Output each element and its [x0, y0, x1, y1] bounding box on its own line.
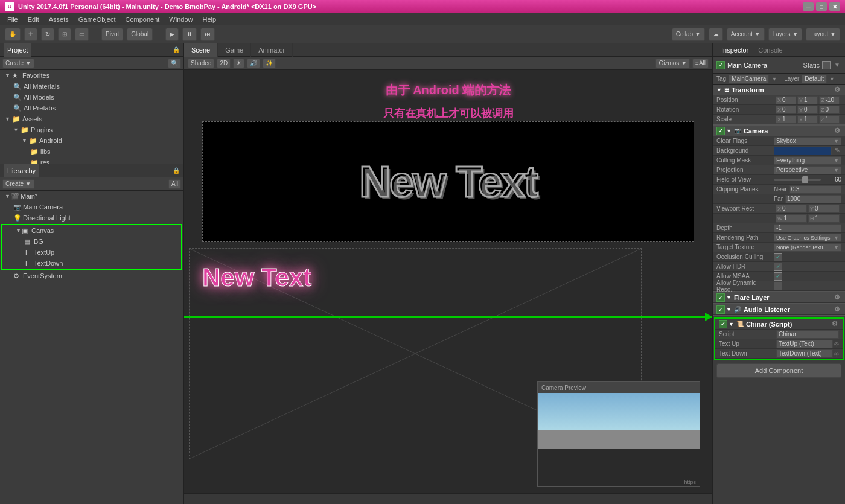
hierarchy-textdown[interactable]: T TextDown — [2, 258, 181, 269]
rotate-tool-button[interactable]: ↻ — [41, 28, 54, 41]
static-dropdown-icon[interactable]: ▼ — [833, 62, 841, 68]
inspector-content[interactable]: ✓ Main Camera Static ▼ Tag MainCamera ▼ … — [713, 57, 845, 504]
projection-value[interactable]: Perspective ▼ — [774, 166, 841, 174]
menu-window[interactable]: Window — [164, 13, 197, 25]
hierarchy-eventsystem[interactable]: ⚙ EventSystem — [0, 270, 183, 281]
text-up-value[interactable]: TextUp (Text) — [776, 340, 833, 348]
menu-edit[interactable]: Edit — [23, 13, 44, 25]
hierarchy-canvas[interactable]: ▼ ▣ Canvas — [2, 225, 181, 236]
assets-header[interactable]: ▼ 📁 Assets — [0, 113, 183, 124]
hierarchy-textup[interactable]: T TextUp — [2, 247, 181, 258]
viewport-w[interactable]: W1 — [776, 214, 807, 223]
pause-button[interactable]: ⏸ — [182, 28, 197, 41]
collab-button[interactable]: Collab ▼ — [672, 28, 705, 41]
position-z[interactable]: Z-10 — [819, 96, 840, 104]
hand-tool-button[interactable]: ✋ — [5, 28, 21, 41]
layer-value[interactable]: Default — [802, 75, 827, 83]
cloud-button[interactable]: ☁ — [709, 28, 723, 41]
flare-layer-header[interactable]: ✓ ▼ Flare Layer ⚙ — [713, 292, 845, 303]
occlusion-culling-checkbox[interactable] — [774, 253, 782, 261]
layers-button[interactable]: Layers ▼ — [768, 28, 803, 41]
account-button[interactable]: Account ▼ — [727, 28, 765, 41]
layer-dropdown-icon[interactable]: ▼ — [829, 76, 835, 82]
tab-console[interactable]: Console — [753, 43, 787, 57]
tag-value[interactable]: MainCamera — [729, 75, 769, 83]
android-item[interactable]: ▼ 📁 Android — [0, 135, 183, 146]
text-down-value[interactable]: TextDown (Text) — [776, 349, 833, 358]
camera-enable-checkbox[interactable]: ✓ — [716, 127, 725, 135]
fov-slider-thumb[interactable] — [802, 176, 808, 183]
hierarchy-create-button[interactable]: Create ▼ — [2, 179, 34, 189]
audio-enable-checkbox[interactable]: ✓ — [716, 305, 725, 314]
menu-gameobject[interactable]: GameObject — [74, 13, 121, 25]
menu-assets[interactable]: Assets — [44, 13, 74, 25]
static-checkbox[interactable] — [822, 61, 831, 69]
project-create-button[interactable]: Create ▼ — [2, 59, 34, 68]
background-edit-icon[interactable]: ✎ — [833, 147, 841, 155]
rotation-y[interactable]: Y0 — [797, 106, 818, 114]
scale-y[interactable]: Y1 — [797, 115, 818, 124]
window-controls[interactable]: ─ □ ✕ — [803, 2, 840, 11]
tab-hierarchy[interactable]: Hierarchy — [4, 164, 39, 177]
move-tool-button[interactable]: ✛ — [24, 28, 37, 41]
depth-value[interactable]: -1 — [774, 224, 841, 232]
layout-button[interactable]: Layout ▼ — [806, 28, 840, 41]
2d-button[interactable]: 2D — [217, 59, 231, 68]
hierarchy-panel-lock[interactable]: 🔒 — [173, 167, 180, 174]
culling-mask-value[interactable]: Everything ▼ — [774, 156, 841, 165]
menu-file[interactable]: File — [2, 13, 23, 25]
rotation-x[interactable]: X0 — [776, 106, 796, 114]
close-button[interactable]: ✕ — [829, 2, 840, 11]
near-value[interactable]: 0.3 — [789, 185, 841, 194]
tab-game[interactable]: Game — [218, 43, 251, 57]
tag-dropdown-icon[interactable]: ▼ — [771, 76, 777, 82]
fov-slider-track[interactable] — [774, 179, 821, 181]
far-value[interactable]: 1000 — [785, 195, 841, 203]
camera-header[interactable]: ✓ ▼ 📷 Camera ⚙ — [713, 126, 845, 136]
chinar-script-value[interactable]: Chinar — [776, 330, 839, 339]
rendering-path-value[interactable]: Use Graphics Settings ▼ — [774, 234, 841, 242]
hierarchy-directional-light[interactable]: 💡 Directional Light — [0, 212, 183, 223]
audio-listener-header[interactable]: ✓ ▼ 🔊 Audio Listener ⚙ — [713, 304, 845, 315]
shading-dropdown[interactable]: Shaded — [188, 59, 214, 68]
transform-gear-icon[interactable]: ⚙ — [833, 86, 841, 94]
tab-scene[interactable]: Scene — [184, 43, 218, 57]
maximize-button[interactable]: □ — [816, 2, 827, 11]
add-component-button[interactable]: Add Component — [716, 363, 841, 378]
scale-tool-button[interactable]: ⊞ — [58, 28, 71, 41]
tab-inspector[interactable]: Inspector — [716, 43, 753, 57]
all-models-item[interactable]: 🔍 All Models — [0, 92, 183, 103]
menu-component[interactable]: Component — [120, 13, 164, 25]
scene-viewport[interactable]: 由于 Android 端的方法 只有在真机上才可以被调用 所以简单搭一个Ui界面… — [184, 70, 712, 493]
project-panel-lock[interactable]: 🔒 — [173, 46, 180, 53]
viewport-x[interactable]: X0 — [776, 205, 807, 213]
project-search-button[interactable]: 🔍 — [168, 59, 181, 68]
menu-help[interactable]: Help — [197, 13, 221, 25]
tab-animator[interactable]: Animator — [251, 43, 293, 57]
gizmos-button[interactable]: Gizmos ▼ — [655, 59, 690, 68]
viewport-y[interactable]: Y0 — [808, 205, 840, 213]
hierarchy-all-button[interactable]: All — [168, 179, 181, 189]
play-button[interactable]: ▶ — [165, 28, 179, 41]
step-button[interactable]: ⏭ — [200, 28, 215, 41]
flare-enable-checkbox[interactable]: ✓ — [716, 293, 725, 302]
allow-msaa-checkbox[interactable] — [774, 272, 782, 281]
object-active-checkbox[interactable]: ✓ — [716, 61, 725, 69]
audio-button[interactable]: 🔊 — [247, 59, 260, 68]
all-prefabs-item[interactable]: 🔍 All Prefabs — [0, 103, 183, 113]
allow-dynamic-reso-checkbox[interactable] — [774, 282, 782, 290]
chinar-script-header[interactable]: ✓ ▼ 📜 Chinar (Script) ⚙ — [715, 319, 843, 330]
favorites-header[interactable]: ▼ ★ Favorites — [0, 70, 183, 81]
pivot-button[interactable]: Pivot — [101, 28, 123, 41]
tab-project[interactable]: Project — [4, 43, 31, 57]
camera-gear-icon[interactable]: ⚙ — [833, 127, 841, 135]
hierarchy-bg[interactable]: ▤ BG — [2, 236, 181, 247]
chinar-gear-icon[interactable]: ⚙ — [831, 320, 839, 328]
clear-flags-value[interactable]: Skybox ▼ — [774, 137, 841, 145]
allow-hdr-checkbox[interactable] — [774, 263, 782, 271]
fx-button[interactable]: ✨ — [263, 59, 276, 68]
res-item[interactable]: 📁 res — [0, 157, 183, 164]
plugins-item[interactable]: ▼ 📁 Plugins — [0, 124, 183, 135]
hierarchy-scene-root[interactable]: ▼ 🎬 Main* — [0, 191, 183, 202]
all-materials-item[interactable]: 🔍 All Materials — [0, 81, 183, 92]
